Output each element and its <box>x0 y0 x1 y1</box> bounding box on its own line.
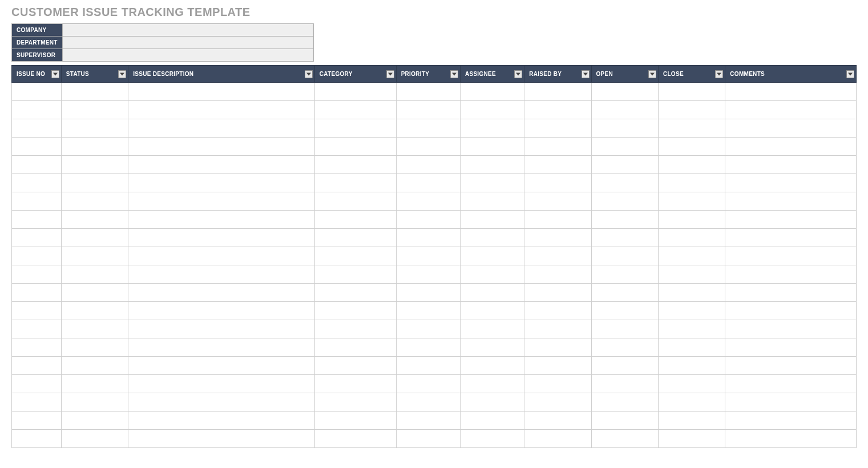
cell-priority[interactable] <box>396 393 460 411</box>
cell-close[interactable] <box>658 284 725 302</box>
cell-open[interactable] <box>591 430 658 448</box>
cell-assignee[interactable] <box>460 83 524 101</box>
cell-status[interactable] <box>61 393 128 411</box>
cell-category[interactable] <box>314 247 396 265</box>
cell-issue_no[interactable] <box>12 192 62 211</box>
cell-issue_description[interactable] <box>128 101 315 119</box>
cell-assignee[interactable] <box>460 119 524 138</box>
cell-issue_description[interactable] <box>128 192 315 211</box>
cell-priority[interactable] <box>396 119 460 138</box>
cell-open[interactable] <box>591 375 658 393</box>
cell-assignee[interactable] <box>460 229 524 247</box>
cell-status[interactable] <box>61 83 128 101</box>
cell-close[interactable] <box>658 119 725 138</box>
cell-issue_description[interactable] <box>128 375 315 393</box>
cell-open[interactable] <box>591 338 658 357</box>
cell-assignee[interactable] <box>460 338 524 357</box>
cell-status[interactable] <box>61 265 128 284</box>
cell-issue_description[interactable] <box>128 338 315 357</box>
col-header-comments[interactable]: COMMENTS <box>725 66 857 83</box>
cell-assignee[interactable] <box>460 247 524 265</box>
cell-raised_by[interactable] <box>524 138 591 156</box>
cell-priority[interactable] <box>396 320 460 338</box>
cell-priority[interactable] <box>396 174 460 192</box>
cell-issue_description[interactable] <box>128 430 315 448</box>
filter-button-issue-no[interactable] <box>51 70 59 78</box>
cell-issue_no[interactable] <box>12 375 62 393</box>
cell-assignee[interactable] <box>460 138 524 156</box>
cell-priority[interactable] <box>396 357 460 375</box>
col-header-raised-by[interactable]: RAISED BY <box>524 66 591 83</box>
cell-assignee[interactable] <box>460 375 524 393</box>
filter-button-status[interactable] <box>118 70 126 78</box>
cell-status[interactable] <box>61 174 128 192</box>
cell-issue_no[interactable] <box>12 393 62 411</box>
cell-category[interactable] <box>314 430 396 448</box>
cell-open[interactable] <box>591 174 658 192</box>
cell-issue_description[interactable] <box>128 393 315 411</box>
cell-issue_description[interactable] <box>128 119 315 138</box>
cell-assignee[interactable] <box>460 284 524 302</box>
cell-priority[interactable] <box>396 83 460 101</box>
cell-status[interactable] <box>61 284 128 302</box>
department-input[interactable] <box>62 37 313 49</box>
col-header-issue-description[interactable]: ISSUE DESCRIPTION <box>128 66 315 83</box>
cell-open[interactable] <box>591 357 658 375</box>
cell-issue_no[interactable] <box>12 247 62 265</box>
cell-issue_no[interactable] <box>12 430 62 448</box>
filter-button-close[interactable] <box>715 70 723 78</box>
cell-close[interactable] <box>658 357 725 375</box>
cell-category[interactable] <box>314 211 396 229</box>
cell-close[interactable] <box>658 320 725 338</box>
cell-open[interactable] <box>591 229 658 247</box>
cell-issue_description[interactable] <box>128 138 315 156</box>
cell-issue_description[interactable] <box>128 247 315 265</box>
cell-comments[interactable] <box>725 192 857 211</box>
col-header-issue-no[interactable]: ISSUE NO <box>12 66 62 83</box>
cell-category[interactable] <box>314 302 396 320</box>
cell-assignee[interactable] <box>460 320 524 338</box>
cell-issue_no[interactable] <box>12 320 62 338</box>
cell-category[interactable] <box>314 101 396 119</box>
cell-raised_by[interactable] <box>524 393 591 411</box>
filter-button-issue-description[interactable] <box>305 70 313 78</box>
filter-button-open[interactable] <box>648 70 656 78</box>
cell-status[interactable] <box>61 375 128 393</box>
cell-issue_no[interactable] <box>12 211 62 229</box>
cell-assignee[interactable] <box>460 101 524 119</box>
col-header-open[interactable]: OPEN <box>591 66 658 83</box>
cell-issue_no[interactable] <box>12 119 62 138</box>
cell-close[interactable] <box>658 83 725 101</box>
cell-close[interactable] <box>658 430 725 448</box>
cell-close[interactable] <box>658 375 725 393</box>
cell-category[interactable] <box>314 411 396 430</box>
cell-issue_description[interactable] <box>128 284 315 302</box>
cell-category[interactable] <box>314 375 396 393</box>
cell-close[interactable] <box>658 229 725 247</box>
cell-raised_by[interactable] <box>524 247 591 265</box>
cell-comments[interactable] <box>725 229 857 247</box>
cell-close[interactable] <box>658 302 725 320</box>
cell-priority[interactable] <box>396 411 460 430</box>
cell-raised_by[interactable] <box>524 211 591 229</box>
cell-priority[interactable] <box>396 156 460 174</box>
cell-comments[interactable] <box>725 265 857 284</box>
cell-issue_description[interactable] <box>128 83 315 101</box>
cell-open[interactable] <box>591 411 658 430</box>
cell-raised_by[interactable] <box>524 430 591 448</box>
col-header-priority[interactable]: PRIORITY <box>396 66 460 83</box>
col-header-assignee[interactable]: ASSIGNEE <box>460 66 524 83</box>
cell-priority[interactable] <box>396 138 460 156</box>
company-input[interactable] <box>62 24 313 37</box>
cell-raised_by[interactable] <box>524 320 591 338</box>
cell-close[interactable] <box>658 393 725 411</box>
filter-button-assignee[interactable] <box>514 70 522 78</box>
col-header-status[interactable]: STATUS <box>61 66 128 83</box>
cell-issue_no[interactable] <box>12 101 62 119</box>
cell-raised_by[interactable] <box>524 411 591 430</box>
cell-assignee[interactable] <box>460 430 524 448</box>
cell-assignee[interactable] <box>460 265 524 284</box>
cell-assignee[interactable] <box>460 192 524 211</box>
cell-open[interactable] <box>591 138 658 156</box>
cell-close[interactable] <box>658 156 725 174</box>
